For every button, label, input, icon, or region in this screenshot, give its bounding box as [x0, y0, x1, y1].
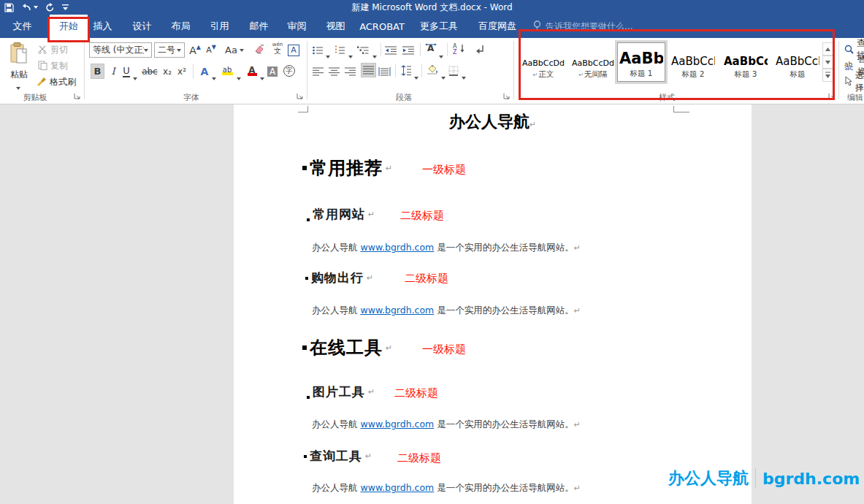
title-bar: 新建 Microsoft Word 文档.docx - Word	[0, 0, 864, 15]
format-painter-button[interactable]: 格式刷	[37, 75, 76, 89]
tab-view[interactable]: 视图	[322, 15, 349, 38]
tab-mailings[interactable]: 邮件	[245, 15, 272, 38]
lightbulb-icon	[533, 20, 541, 33]
heading-bullet-icon	[307, 396, 310, 399]
underline-button[interactable]: U	[121, 64, 132, 79]
text-effects-button[interactable]: A	[197, 64, 212, 79]
sort-icon[interactable]: AZ	[453, 41, 466, 56]
select-label: 选择	[855, 69, 864, 94]
document-page[interactable]: 办公人导航↵ 常用推荐 ↵ 一级标题 常用网站 ↵ 二级标题 办公人导航 www…	[234, 104, 752, 504]
font-dialog-launcher-icon[interactable]	[297, 93, 304, 100]
phonetic-guide-button[interactable]: wén 文	[270, 41, 285, 56]
style-heading1[interactable]: AaBbCcDd 标题 1	[617, 42, 665, 82]
line-spacing-icon[interactable]	[399, 63, 411, 78]
asian-layout-caret-icon[interactable]	[439, 47, 443, 61]
paste-dropdown-caret-icon[interactable]	[16, 79, 20, 93]
show-marks-icon[interactable]	[475, 42, 485, 57]
body-hyperlink[interactable]: www.bgrdh.com	[360, 305, 434, 316]
shading-bucket-icon[interactable]	[426, 62, 439, 77]
subscript-button[interactable]: x₂	[161, 64, 174, 79]
line-spacing-caret-icon[interactable]	[414, 69, 418, 83]
tab-references[interactable]: 引用	[206, 15, 233, 38]
body-hyperlink[interactable]: www.bgrdh.com	[360, 242, 434, 253]
body-hyperlink[interactable]: www.bgrdh.com	[360, 482, 434, 493]
tell-me-placeholder: 告诉我您想要做什么...	[546, 20, 632, 33]
shrink-font-button[interactable]: A▼	[204, 42, 218, 58]
character-shading-button[interactable]: A	[267, 64, 278, 79]
enclose-characters-button[interactable]: 字	[283, 63, 295, 78]
bullet-list-icon[interactable]	[313, 42, 324, 58]
character-border-button[interactable]: A	[288, 42, 299, 58]
copy-button[interactable]: 复制	[38, 58, 68, 73]
strikethrough-button[interactable]: abc	[140, 64, 159, 79]
number-list-icon[interactable]	[334, 42, 345, 58]
number-list-caret-icon[interactable]	[348, 47, 353, 61]
styles-scroll-down-icon[interactable]	[822, 56, 833, 69]
borders-caret-icon[interactable]	[462, 69, 466, 83]
tab-file[interactable]: 文件	[9, 15, 36, 38]
style-name: 标题	[790, 69, 806, 80]
distribute-icon[interactable]	[378, 64, 391, 79]
highlight-color-button[interactable]: ab	[219, 63, 235, 78]
style-heading3[interactable]: AaBbCcDd 标题 3	[722, 42, 769, 82]
style-title[interactable]: AaBbCcDd 标题	[774, 42, 821, 82]
heading1-row: 常用推荐 ↵	[302, 156, 392, 180]
tab-more-tools[interactable]: 更多工具	[416, 15, 462, 38]
grow-font-button[interactable]: A▲	[188, 42, 202, 58]
borders-icon[interactable]	[448, 63, 459, 78]
shading-caret-icon[interactable]	[441, 69, 446, 83]
underline-caret-icon[interactable]	[133, 69, 137, 83]
justify-icon[interactable]	[361, 63, 376, 77]
style-heading2[interactable]: AaBbCcDd 标题 2	[670, 42, 716, 82]
increase-indent-icon[interactable]	[402, 42, 414, 58]
tab-design[interactable]: 设计	[129, 15, 156, 38]
decrease-indent-icon[interactable]	[385, 42, 397, 58]
font-color-button[interactable]: A	[245, 63, 259, 78]
tab-layout[interactable]: 布局	[167, 15, 194, 38]
tab-acrobat[interactable]: ACROBAT	[359, 15, 405, 38]
replace-icon: abac	[844, 59, 855, 73]
cut-button[interactable]: 剪切	[38, 42, 68, 57]
clear-formatting-icon[interactable]	[253, 42, 267, 57]
highlight-caret-icon[interactable]	[237, 69, 241, 83]
scissors-icon	[38, 43, 47, 57]
style-name: 无间隔	[584, 69, 608, 80]
tab-baidu-netdisk[interactable]: 百度网盘	[475, 15, 520, 38]
tab-home[interactable]: 开始	[50, 15, 88, 38]
styles-scroll-up-icon[interactable]	[822, 42, 833, 56]
styles-group-label: 样式	[646, 92, 687, 103]
multilevel-list-caret-icon[interactable]	[372, 47, 377, 61]
bold-button[interactable]: B	[91, 64, 104, 79]
style-name: 标题 1	[630, 69, 652, 79]
tab-insert[interactable]: 插入	[89, 15, 116, 38]
italic-button[interactable]: I	[107, 64, 119, 79]
copy-label: 复制	[50, 60, 68, 72]
font-color-caret-icon[interactable]	[260, 69, 264, 83]
asian-layout-icon[interactable]: A	[424, 41, 437, 56]
bullet-list-caret-icon[interactable]	[326, 47, 330, 61]
styles-gallery-more-icon[interactable]	[822, 69, 833, 82]
body-hyperlink[interactable]: www.bgrdh.com	[360, 419, 434, 429]
font-size-combo[interactable]: 二号	[154, 42, 185, 58]
font-name-combo[interactable]: 等线 (中文正文	[89, 42, 152, 58]
style-no-spacing[interactable]: AaBbCcDd ↵无间隔	[570, 42, 616, 82]
heading2-row: 查询工具 ↵	[304, 448, 372, 465]
superscript-button[interactable]: x²	[175, 64, 188, 79]
clipboard-dialog-launcher-icon[interactable]	[74, 93, 81, 100]
text-effects-caret-icon[interactable]	[212, 69, 216, 83]
style-normal[interactable]: AaBbCcDd ↵正文	[520, 42, 567, 82]
select-button[interactable]: 选择	[844, 75, 864, 89]
paragraph-dialog-launcher-icon[interactable]	[503, 93, 511, 100]
change-case-button[interactable]: Aa	[223, 42, 245, 58]
multilevel-list-icon[interactable]	[357, 42, 369, 58]
align-center-icon[interactable]	[329, 64, 340, 79]
tell-me-box[interactable]: 告诉我您想要做什么...	[533, 15, 665, 38]
paste-icon[interactable]	[6, 41, 32, 66]
align-right-icon[interactable]	[345, 64, 356, 79]
tab-review[interactable]: 审阅	[283, 15, 310, 38]
style-preview: AaBbCcDd	[671, 55, 715, 68]
button-separator	[420, 43, 421, 56]
annotation-heading1-label: 一级标题	[422, 163, 466, 177]
align-left-icon[interactable]	[313, 64, 324, 79]
styles-dialog-launcher-icon[interactable]	[828, 93, 836, 100]
